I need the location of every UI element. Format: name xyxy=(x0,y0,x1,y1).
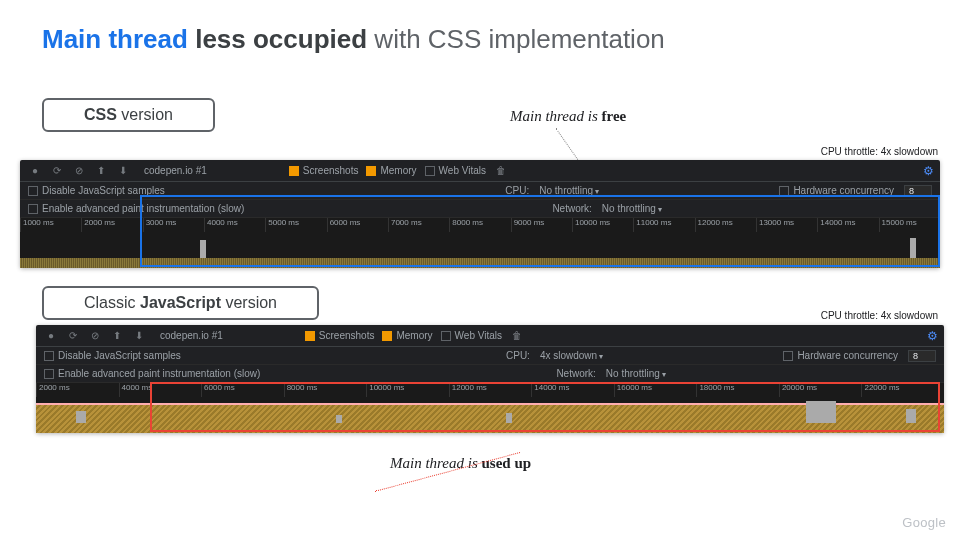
timeline-js[interactable]: 2000 ms4000 ms6000 ms8000 ms10000 ms1200… xyxy=(36,383,944,433)
timeline-tick: 14000 ms xyxy=(817,218,878,232)
gear-icon[interactable]: ⚙ xyxy=(927,329,938,343)
js-version-label: Classic JavaScript version xyxy=(42,286,319,320)
stop-icon[interactable]: ⊘ xyxy=(72,164,86,178)
network-throttle-select[interactable]: No throttling xyxy=(602,203,662,214)
reload-icon[interactable]: ⟳ xyxy=(50,164,64,178)
checkbox-disable-js[interactable] xyxy=(28,186,38,196)
timeline-tick: 6000 ms xyxy=(327,218,388,232)
download-icon[interactable]: ⬇ xyxy=(116,164,130,178)
timeline-tick: 6000 ms xyxy=(201,383,284,397)
gear-icon[interactable]: ⚙ xyxy=(923,164,934,178)
devtools-css: ● ⟳ ⊘ ⬆ ⬇ codepen.io #1 Screenshots Memo… xyxy=(20,160,940,268)
tab-codepen-js[interactable]: codepen.io #1 xyxy=(154,330,229,341)
checkbox-paint-js[interactable] xyxy=(44,369,54,379)
timeline-tick: 1000 ms xyxy=(20,218,81,232)
timeline-tick: 12000 ms xyxy=(449,383,532,397)
title-rest: with CSS implementation xyxy=(374,24,664,54)
title-bold: less occupied xyxy=(195,24,367,54)
checkbox-screenshots-js[interactable] xyxy=(305,331,315,341)
devtools-row-net: Enable advanced paint instrumentation (s… xyxy=(20,200,940,218)
hw-concurrency-input-js[interactable]: 8 xyxy=(908,350,936,362)
timeline-tick: 14000 ms xyxy=(531,383,614,397)
slide-title: Main thread less occupied with CSS imple… xyxy=(42,24,665,55)
checkbox-webvitals[interactable] xyxy=(425,166,435,176)
reload-icon[interactable]: ⟳ xyxy=(66,329,80,343)
timeline-tick: 10000 ms xyxy=(366,383,449,397)
timeline-tick: 2000 ms xyxy=(81,218,142,232)
timeline-tick: 4000 ms xyxy=(204,218,265,232)
timeline-tick: 4000 ms xyxy=(119,383,202,397)
hw-concurrency-input[interactable]: 8 xyxy=(904,185,932,197)
annotation-free: Main thread is free xyxy=(510,108,626,125)
upload-icon[interactable]: ⬆ xyxy=(110,329,124,343)
timeline-css[interactable]: 1000 ms2000 ms3000 ms4000 ms5000 ms6000 … xyxy=(20,218,940,268)
download-icon[interactable]: ⬇ xyxy=(132,329,146,343)
checkbox-hw-js[interactable] xyxy=(783,351,793,361)
devtools-row-cpu-js: Disable JavaScript samples CPU: 4x slowd… xyxy=(36,347,944,365)
checkbox-webvitals-js[interactable] xyxy=(441,331,451,341)
annotation-usedup: Main thread is used up xyxy=(390,455,531,472)
timeline-tick: 22000 ms xyxy=(861,383,944,397)
devtools-toolbar: ● ⟳ ⊘ ⬆ ⬇ codepen.io #1 Screenshots Memo… xyxy=(20,160,940,182)
tab-codepen[interactable]: codepen.io #1 xyxy=(138,165,213,176)
timeline-tick: 16000 ms xyxy=(614,383,697,397)
timeline-tick: 8000 ms xyxy=(449,218,510,232)
timeline-tick: 18000 ms xyxy=(696,383,779,397)
checkbox-disable-js-js[interactable] xyxy=(44,351,54,361)
timeline-tick: 10000 ms xyxy=(572,218,633,232)
checkbox-memory[interactable] xyxy=(366,166,376,176)
record-icon[interactable]: ● xyxy=(44,329,58,343)
cpu-throttle-select-js[interactable]: 4x slowdown xyxy=(540,350,604,361)
checkbox-paint[interactable] xyxy=(28,204,38,214)
timeline-tick: 11000 ms xyxy=(633,218,694,232)
checkbox-hw[interactable] xyxy=(779,186,789,196)
timeline-tick: 15000 ms xyxy=(879,218,940,232)
devtools-toolbar-js: ● ⟳ ⊘ ⬆ ⬇ codepen.io #1 Screenshots Memo… xyxy=(36,325,944,347)
throttle-js: CPU throttle: 4x slowdown xyxy=(821,310,938,321)
throttle-css: CPU throttle: 4x slowdown xyxy=(821,146,938,157)
google-logo: Google xyxy=(902,515,946,530)
upload-icon[interactable]: ⬆ xyxy=(94,164,108,178)
timeline-tick: 9000 ms xyxy=(511,218,572,232)
trash-icon[interactable]: 🗑 xyxy=(510,329,524,343)
timeline-tick: 7000 ms xyxy=(388,218,449,232)
devtools-row-cpu: Disable JavaScript samples CPU: No throt… xyxy=(20,182,940,200)
timeline-tick: 12000 ms xyxy=(695,218,756,232)
timeline-tick: 8000 ms xyxy=(284,383,367,397)
timeline-tick: 3000 ms xyxy=(143,218,204,232)
timeline-tick: 2000 ms xyxy=(36,383,119,397)
checkbox-memory-js[interactable] xyxy=(382,331,392,341)
record-icon[interactable]: ● xyxy=(28,164,42,178)
devtools-js: ● ⟳ ⊘ ⬆ ⬇ codepen.io #1 Screenshots Memo… xyxy=(36,325,944,433)
network-throttle-select-js[interactable]: No throttling xyxy=(606,368,666,379)
stop-icon[interactable]: ⊘ xyxy=(88,329,102,343)
trash-icon[interactable]: 🗑 xyxy=(494,164,508,178)
timeline-tick: 13000 ms xyxy=(756,218,817,232)
timeline-tick: 20000 ms xyxy=(779,383,862,397)
checkbox-screenshots[interactable] xyxy=(289,166,299,176)
cpu-throttle-select[interactable]: No throttling xyxy=(539,185,599,196)
css-version-label: CSS version xyxy=(42,98,215,132)
timeline-tick: 5000 ms xyxy=(265,218,326,232)
devtools-row-net-js: Enable advanced paint instrumentation (s… xyxy=(36,365,944,383)
title-blue: Main thread xyxy=(42,24,188,54)
